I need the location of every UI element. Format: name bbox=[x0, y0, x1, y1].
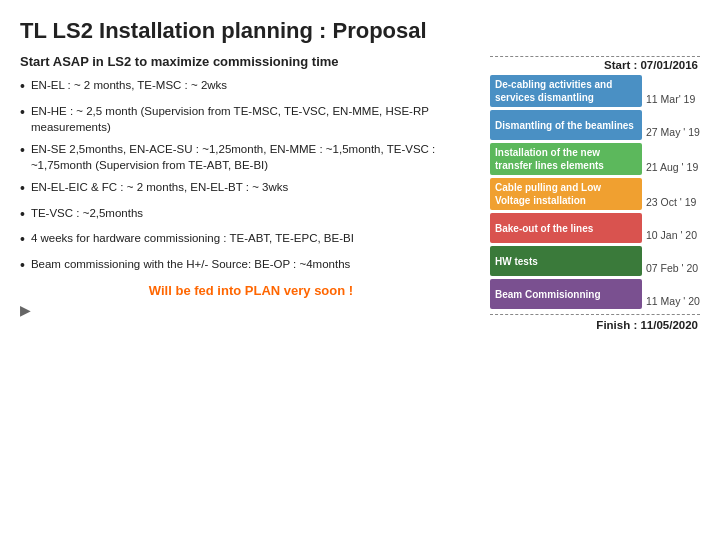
gantt-bar-bakeout: Bake-out of the lines bbox=[490, 213, 642, 243]
list-item: EN-EL-EIC & FC : ~ 2 months, EN-EL-BT : … bbox=[20, 179, 482, 199]
gantt-date: 21 Aug ' 19 bbox=[642, 143, 700, 175]
gantt-bar-cell: Cable pulling and Low Voltage installati… bbox=[490, 178, 642, 210]
start-asap-label: Start ASAP in LS2 to maximize commission… bbox=[20, 54, 482, 69]
gantt-row: Bake-out of the lines 10 Jan ' 20 bbox=[490, 213, 700, 243]
list-item: EN-HE : ~ 2,5 month (Supervision from TE… bbox=[20, 103, 482, 135]
gantt-row: Beam Commisionning 11 May ' 20 bbox=[490, 279, 700, 309]
list-item: TE-VSC : ~2,5months bbox=[20, 205, 482, 225]
section-group-4: 4 weeks for hardware commissioning : TE-… bbox=[20, 230, 482, 275]
left-panel: Start ASAP in LS2 to maximize commission… bbox=[20, 54, 482, 331]
gantt-row: Cable pulling and Low Voltage installati… bbox=[490, 178, 700, 210]
page-title: TL LS2 Installation planning : Proposal bbox=[20, 18, 700, 44]
gantt-bar-beam: Beam Commisionning bbox=[490, 279, 642, 309]
finish-label: Finish : 11/05/2020 bbox=[490, 319, 700, 331]
gantt-date: 27 May ' 19 bbox=[642, 110, 700, 140]
bullet-list-2: EN-EL-EIC & FC : ~ 2 months, EN-EL-BT : … bbox=[20, 179, 482, 199]
list-item: EN-EL : ~ 2 months, TE-MSC : ~ 2wks bbox=[20, 77, 482, 97]
right-panel: Start : 07/01/2016 De-cabling activities… bbox=[490, 54, 700, 331]
gantt-bar-cell: Beam Commisionning bbox=[490, 279, 642, 309]
gantt-bar-cell: Installation of the new transfer lines e… bbox=[490, 143, 642, 175]
bullet-list-1: EN-EL : ~ 2 months, TE-MSC : ~ 2wks EN-H… bbox=[20, 77, 482, 173]
gantt-bar-dismantling: Dismantling of the beamlines bbox=[490, 110, 642, 140]
gantt-date: 23 Oct ' 19 bbox=[642, 178, 700, 210]
page: TL LS2 Installation planning : Proposal … bbox=[0, 0, 720, 540]
gantt-bar-installation: Installation of the new transfer lines e… bbox=[490, 143, 642, 175]
bottom-dashed-line bbox=[490, 314, 700, 315]
start-date-label: Start : 07/01/2016 bbox=[490, 59, 700, 71]
gantt-row: De-cabling activities and services disma… bbox=[490, 75, 700, 107]
top-dashed-line bbox=[490, 56, 700, 57]
gantt-date: 11 May ' 20 bbox=[642, 279, 700, 309]
gantt-date: 10 Jan ' 20 bbox=[642, 213, 700, 243]
section-group-2: EN-EL-EIC & FC : ~ 2 months, EN-EL-BT : … bbox=[20, 179, 482, 199]
list-item: Beam commissioning with the H+/- Source:… bbox=[20, 256, 482, 276]
content-area: Start ASAP in LS2 to maximize commission… bbox=[20, 54, 700, 331]
gantt-bar-hwtests: HW tests bbox=[490, 246, 642, 276]
gantt-chart: De-cabling activities and services disma… bbox=[490, 75, 700, 312]
gantt-bar-cell: Dismantling of the beamlines bbox=[490, 110, 642, 140]
will-be-fed-label: Will be fed into PLAN very soon ! bbox=[20, 283, 482, 298]
bullet-list-3: TE-VSC : ~2,5months bbox=[20, 205, 482, 225]
bullet-list-4: 4 weeks for hardware commissioning : TE-… bbox=[20, 230, 482, 275]
gantt-bar-cell: HW tests bbox=[490, 246, 642, 276]
list-item: 4 weeks for hardware commissioning : TE-… bbox=[20, 230, 482, 250]
list-item: EN-SE 2,5months, EN-ACE-SU : ~1,25month,… bbox=[20, 141, 482, 173]
gantt-row: Dismantling of the beamlines 27 May ' 19 bbox=[490, 110, 700, 140]
section-group-3: TE-VSC : ~2,5months bbox=[20, 205, 482, 225]
gantt-date: 11 Mar' 19 bbox=[642, 75, 700, 107]
gantt-bar-cell: Bake-out of the lines bbox=[490, 213, 642, 243]
section-group-1: EN-EL : ~ 2 months, TE-MSC : ~ 2wks EN-H… bbox=[20, 77, 482, 173]
gantt-bar-cell: De-cabling activities and services disma… bbox=[490, 75, 642, 107]
gantt-date: 07 Feb ' 20 bbox=[642, 246, 700, 276]
gantt-bar-cable: Cable pulling and Low Voltage installati… bbox=[490, 178, 642, 210]
play-icon: ▶ bbox=[20, 302, 482, 318]
gantt-row: HW tests 07 Feb ' 20 bbox=[490, 246, 700, 276]
gantt-bar-decabling: De-cabling activities and services disma… bbox=[490, 75, 642, 107]
gantt-row: Installation of the new transfer lines e… bbox=[490, 143, 700, 175]
